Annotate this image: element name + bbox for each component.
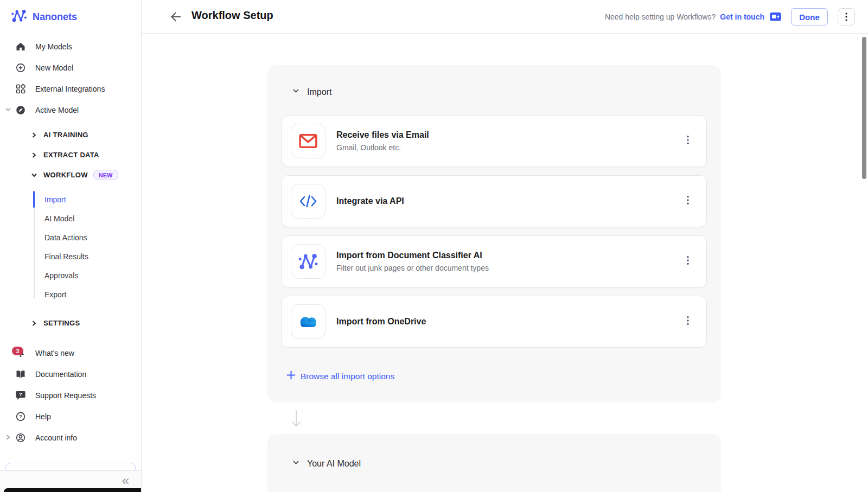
user-circle-icon	[15, 432, 26, 443]
sidebar-item-label: Documentation	[35, 370, 86, 379]
sidebar-section-extract-data[interactable]: EXTRACT DATA	[0, 145, 141, 165]
topbar: Workflow Setup Need help setting up Work…	[142, 0, 868, 34]
sidebar-item-account-info[interactable]: Account info	[0, 427, 141, 448]
card-text: Receive files via Email Gmail, Outlook e…	[336, 130, 429, 152]
onedrive-icon	[291, 304, 326, 339]
back-arrow-icon[interactable]	[169, 10, 183, 24]
sidebar-section-ai-training[interactable]: AI TRAINING	[0, 125, 141, 145]
sidebar-item-export[interactable]: Export	[0, 285, 141, 304]
card-title: Receive files via Email	[336, 130, 429, 140]
done-button[interactable]: Done	[791, 8, 828, 25]
card-subtitle: Gmail, Outlook etc.	[336, 143, 429, 152]
sidebar-footer: «	[0, 470, 141, 492]
brand-name: Nanonets	[33, 11, 77, 23]
sidebar-item-whats-new[interactable]: 3 What's new	[0, 342, 141, 363]
card-integrate-via-api[interactable]: Integrate via API	[282, 175, 707, 227]
sidebar-item-approvals[interactable]: Approvals	[0, 266, 141, 285]
sidebar-sections-settings: SETTINGS	[0, 313, 141, 333]
chevron-down-icon[interactable]	[292, 458, 300, 469]
card-text: Integrate via API	[336, 196, 404, 206]
workflow-setup-page: Nanonets My Models N	[0, 0, 868, 492]
import-panel-title: Import	[307, 87, 331, 97]
sidebar-item-label: My Models	[35, 42, 72, 51]
sidebar-item-label: Help	[35, 412, 51, 421]
sidebar-item-label: What's new	[35, 349, 74, 357]
card-kebab-menu[interactable]	[685, 314, 691, 330]
help-text-label: Need help setting up Workflows?	[605, 12, 716, 21]
chevron-right-icon	[31, 152, 37, 158]
page-title: Workflow Setup	[192, 9, 273, 22]
chevron-down-icon	[31, 172, 37, 178]
bottom-widget-bar	[4, 488, 141, 492]
kebab-menu-button[interactable]	[838, 8, 855, 25]
card-title: Integrate via API	[336, 196, 404, 206]
sidebar-item-import[interactable]: Import	[0, 190, 141, 209]
section-label: AI TRAINING	[43, 131, 88, 139]
card-import-from-onedrive[interactable]: Import from OneDrive	[282, 296, 707, 348]
brand[interactable]: Nanonets	[11, 8, 77, 26]
sidebar-item-label: Account info	[35, 433, 77, 442]
section-label: EXTRACT DATA	[43, 151, 99, 159]
card-kebab-menu[interactable]	[685, 133, 691, 149]
video-call-icon[interactable]	[770, 12, 781, 21]
card-receive-files-via-email[interactable]: Receive files via Email Gmail, Outlook e…	[282, 115, 707, 167]
collapse-sidebar-button[interactable]: «	[122, 473, 129, 488]
sidebar-item-data-actions[interactable]: Data Actions	[0, 228, 141, 247]
card-text: Import from OneDrive	[336, 317, 426, 327]
svg-text:?: ?	[19, 413, 22, 419]
sidebar-item-help[interactable]: ? Help	[0, 406, 141, 427]
chevron-right-icon[interactable]	[5, 433, 11, 443]
sidebar-item-label: New Model	[35, 63, 73, 72]
topbar-actions: Need help setting up Workflows? Get in t…	[605, 0, 855, 34]
card-kebab-menu[interactable]	[685, 194, 691, 209]
card-title: Import from OneDrive	[336, 317, 426, 327]
plus-circle-icon	[15, 62, 26, 73]
sidebar-item-label: Support Requests	[35, 391, 96, 400]
sidebar-nav-bottom: 3 What's new Documentation	[0, 342, 141, 448]
import-panel-header[interactable]: Import	[292, 87, 331, 97]
sidebar-item-active-model[interactable]: Active Model	[0, 99, 141, 120]
ai-model-panel-header[interactable]: Your AI Model	[292, 458, 361, 469]
home-icon	[15, 41, 26, 52]
nanonets-logo-icon	[11, 8, 27, 26]
sidebar-sections: AI TRAINING EXTRACT DATA WORKFLOW NEW	[0, 125, 141, 185]
chat-question-icon: ?	[15, 390, 26, 401]
browse-all-import-options-link[interactable]: Browse all import options	[286, 370, 394, 382]
nanonets-classifier-icon	[291, 244, 326, 279]
sidebar-item-external-integrations[interactable]: External Integrations	[0, 78, 141, 99]
help-text: Need help setting up Workflows? Get in t…	[605, 12, 781, 21]
sidebar-item-support-requests[interactable]: ? Support Requests	[0, 385, 141, 406]
sidebar-section-workflow[interactable]: WORKFLOW NEW	[0, 165, 141, 185]
chevron-down-icon[interactable]	[5, 105, 11, 115]
sidebar-section-settings[interactable]: SETTINGS	[0, 313, 141, 333]
sidebar-item-documentation[interactable]: Documentation	[0, 363, 141, 385]
sidebar-item-my-models[interactable]: My Models	[0, 36, 141, 57]
sidebar: Nanonets My Models N	[0, 0, 142, 492]
import-panel: Import Receive files via Email Gmail, Ou…	[267, 65, 721, 402]
card-text: Import from Document Classifier AI Filte…	[336, 251, 489, 272]
sidebar-item-label: External Integrations	[35, 85, 105, 93]
svg-text:?: ?	[19, 392, 22, 397]
card-title: Import from Document Classifier AI	[336, 251, 489, 260]
ai-model-panel-title: Your AI Model	[307, 459, 361, 469]
flow-down-arrow-icon	[290, 410, 303, 430]
integrations-grid-icon	[15, 84, 26, 94]
help-circle-icon: ?	[15, 411, 26, 422]
sidebar-item-final-results[interactable]: Final Results	[0, 247, 141, 266]
chevron-down-icon[interactable]	[292, 87, 300, 97]
card-import-from-document-classifier[interactable]: Import from Document Classifier AI Filte…	[282, 235, 707, 287]
vertical-scrollbar[interactable]	[862, 37, 866, 179]
browse-link-label: Browse all import options	[301, 372, 394, 381]
subnav-active-indicator	[33, 191, 35, 208]
chevron-right-icon	[31, 320, 37, 327]
card-subtitle: Filter out junk pages or other document …	[336, 264, 489, 272]
card-kebab-menu[interactable]	[685, 254, 691, 270]
code-api-icon	[291, 184, 326, 219]
plus-icon	[286, 370, 296, 382]
sidebar-item-new-model[interactable]: New Model	[0, 57, 141, 78]
sidebar-nav-top: My Models New Model	[0, 36, 141, 120]
new-badge: NEW	[93, 170, 118, 180]
get-in-touch-link[interactable]: Get in touch	[720, 12, 764, 21]
section-label: SETTINGS	[43, 319, 80, 327]
sidebar-item-ai-model[interactable]: AI Model	[0, 209, 141, 228]
